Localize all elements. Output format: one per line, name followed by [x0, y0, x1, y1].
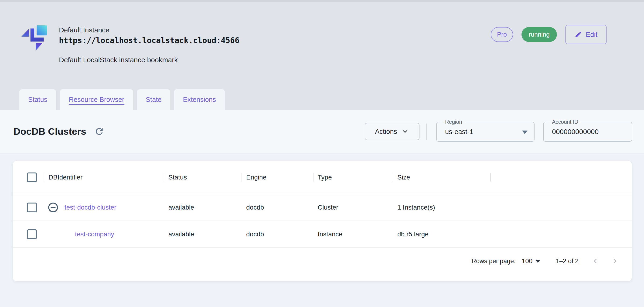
status-cell: available: [168, 221, 194, 247]
region-select-value: us-east-1: [445, 122, 473, 141]
pencil-icon: [574, 31, 582, 38]
rows-per-page-select[interactable]: 100: [522, 257, 540, 265]
size-cell: 1 Instance(s): [397, 194, 435, 220]
page: Default Instance https://localhost.local…: [0, 0, 644, 307]
tab-resource-browser[interactable]: Resource Browser: [60, 89, 133, 110]
window-top-strip: [0, 0, 644, 2]
engine-cell: docdb: [246, 221, 264, 247]
actions-button[interactable]: Actions: [365, 123, 420, 140]
tab-state[interactable]: State: [137, 89, 170, 110]
column-header-engine[interactable]: Engine: [246, 161, 266, 194]
tab-bar: Status Resource Browser State Extensions: [19, 89, 225, 110]
type-cell: Cluster: [318, 194, 338, 220]
db-identifier-link[interactable]: test-docdb-cluster: [64, 194, 116, 220]
column-header-status[interactable]: Status: [168, 161, 187, 194]
status-cell: available: [168, 194, 194, 220]
pro-badge: Pro: [491, 27, 513, 42]
chevron-left-icon: [591, 256, 600, 266]
actions-button-label: Actions: [375, 128, 397, 135]
instance-description: Default LocalStack instance bookmark: [59, 56, 240, 64]
db-identifier-link[interactable]: test-company: [75, 221, 114, 247]
select-all-checkbox[interactable]: [27, 172, 37, 182]
column-header-type[interactable]: Type: [318, 161, 332, 194]
page-title: DocDB Clusters: [14, 126, 86, 137]
table-pagination-row: Rows per page: 100 1–2 of 2: [13, 248, 632, 274]
row-checkbox[interactable]: [27, 229, 37, 239]
column-header-size[interactable]: Size: [397, 161, 410, 194]
edit-button[interactable]: Edit: [565, 25, 607, 44]
pagination: Rows per page: 100 1–2 of 2: [472, 248, 620, 274]
table-row: test-company available docdb Instance db…: [13, 221, 632, 248]
account-id-fieldset: Account ID: [543, 122, 632, 142]
chevron-right-icon: [610, 256, 620, 266]
table-row: test-docdb-cluster available docdb Clust…: [13, 194, 632, 221]
edit-button-label: Edit: [586, 31, 598, 39]
minus-circle-icon[interactable]: [47, 202, 59, 213]
tab-status[interactable]: Status: [19, 89, 56, 110]
instance-header: Default Instance https://localhost.local…: [0, 2, 644, 110]
refresh-icon: [94, 126, 104, 137]
engine-cell: docdb: [246, 194, 264, 220]
row-checkbox[interactable]: [27, 203, 37, 212]
column-header-dbidentifier[interactable]: DBIdentifier: [48, 161, 82, 194]
instance-name: Default Instance: [59, 25, 240, 35]
size-cell: db.r5.large: [397, 221, 428, 247]
chevron-down-icon: [401, 127, 409, 136]
header-badges: Pro running Edit: [491, 23, 607, 46]
resource-toolbar: DocDB Clusters Actions Region us-east-1: [0, 110, 644, 153]
tab-extensions[interactable]: Extensions: [174, 89, 225, 110]
type-cell: Instance: [318, 221, 342, 247]
refresh-button[interactable]: [94, 126, 104, 137]
dropdown-arrow-icon: [535, 260, 540, 263]
instance-info: Default Instance https://localhost.local…: [59, 25, 240, 64]
previous-page-button[interactable]: [591, 256, 600, 266]
localstack-logo-icon: [21, 25, 47, 51]
pagination-range: 1–2 of 2: [556, 257, 578, 265]
content-area: DBIdentifier Status Engine Type Size: [0, 153, 644, 307]
dropdown-arrow-icon: [522, 131, 528, 134]
account-id-input[interactable]: [552, 123, 626, 141]
table-header-row: DBIdentifier Status Engine Type Size: [13, 161, 632, 194]
toolbar-divider: [426, 124, 427, 140]
region-select[interactable]: Region us-east-1: [436, 122, 534, 142]
instance-url: https://localhost.localstack.cloud:4566: [59, 35, 240, 46]
status-badge: running: [522, 27, 557, 42]
next-page-button[interactable]: [610, 256, 620, 266]
results-table-card: DBIdentifier Status Engine Type Size: [13, 161, 632, 281]
rows-per-page-label: Rows per page:: [472, 257, 516, 265]
